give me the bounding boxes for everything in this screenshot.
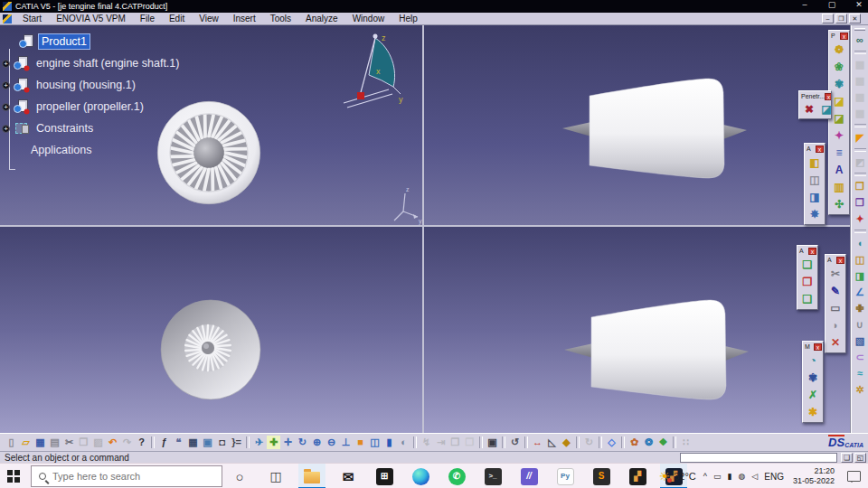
turntable-icon[interactable]: ↺ xyxy=(508,436,522,449)
coincidence-constraint-icon[interactable]: ◖ xyxy=(854,237,867,250)
selective-load-icon[interactable]: ▥ xyxy=(832,180,846,193)
fit-all-icon[interactable]: ✚ xyxy=(267,436,280,449)
quick-view-icon[interactable]: ◫ xyxy=(368,436,382,449)
measure-item-icon[interactable]: ◺ xyxy=(545,436,559,449)
tree-item-applications[interactable]: Applications xyxy=(2,139,273,161)
anchor-constraint-icon[interactable]: ✙ xyxy=(854,302,867,315)
tree-item-label[interactable]: propeller (propeller.1) xyxy=(33,99,146,114)
normal-view-icon[interactable]: ⊥ xyxy=(339,436,353,449)
quick-constraint-icon[interactable]: ▧ xyxy=(854,334,867,348)
propeller-rear-model[interactable] xyxy=(156,296,265,404)
struct-disabled-2-icon[interactable]: ▩ xyxy=(854,74,867,88)
title-bar[interactable]: CATIA V5 - [je tengine final 4.CATProduc… xyxy=(0,0,868,13)
close-icon[interactable]: x xyxy=(836,257,844,264)
mail-icon[interactable]: ✉ xyxy=(335,464,362,488)
tree-item-propeller[interactable]: propeller (propeller.1) xyxy=(2,96,273,117)
undo-icon[interactable]: ↶ xyxy=(106,436,119,449)
data-management-toolbar[interactable]: A x ❏❐❑ xyxy=(797,245,818,310)
formula-icon[interactable]: ƒ xyxy=(157,436,171,449)
menu-tools[interactable]: Tools xyxy=(263,14,298,23)
close-icon[interactable]: x xyxy=(814,343,822,351)
print-icon[interactable]: ▤ xyxy=(48,436,61,449)
menu-edit[interactable]: Edit xyxy=(162,14,192,23)
product-structure-toolbar[interactable]: P x ❁❀✾◪◪✦≡A▥✣ xyxy=(828,30,850,215)
tree-item-engine-shaft[interactable]: engine shaft (engine shaft.1) xyxy=(2,52,273,74)
menu-window[interactable]: Window xyxy=(345,14,392,23)
struct-disabled-4-icon[interactable]: ▩ xyxy=(854,107,867,120)
open-folder-icon[interactable]: ▱ xyxy=(19,436,33,449)
open-management-icon[interactable]: ❐ xyxy=(800,275,815,288)
fix-together-icon[interactable]: ∪ xyxy=(854,318,867,332)
replace-component-icon[interactable]: ✦ xyxy=(832,128,846,142)
minimize-button[interactable]: – xyxy=(799,0,810,9)
smart-move-icon[interactable]: ◨ xyxy=(807,190,822,203)
new-part-icon[interactable]: ✾ xyxy=(832,77,846,90)
tree-item-constraints[interactable]: Constraints xyxy=(2,117,273,139)
manipulate-icon[interactable]: ◧ xyxy=(807,155,822,169)
text-annotation-icon[interactable]: ✎ xyxy=(828,284,843,297)
tray-window-icon[interactable]: ▭ xyxy=(713,472,722,481)
maximize-button[interactable]: ▢ xyxy=(826,0,837,9)
tree-item-label[interactable]: Applications xyxy=(28,143,94,157)
clone2-disabled-icon[interactable]: ❐ xyxy=(463,436,476,449)
save-management-icon[interactable]: ❏ xyxy=(800,258,815,271)
tray-battery-icon[interactable]: ▮ xyxy=(728,472,732,481)
menu-analyze[interactable]: Analyze xyxy=(298,14,345,23)
struct-disabled-3-icon[interactable]: ▩ xyxy=(854,90,867,104)
new-document-icon[interactable]: ▯ xyxy=(5,436,18,449)
tree-item-label[interactable]: Constraints xyxy=(33,121,96,136)
tray-network-icon[interactable]: ◍ xyxy=(739,472,746,481)
iso-view-icon[interactable]: ■ xyxy=(354,436,367,449)
generate-numbering-icon[interactable]: A xyxy=(832,163,846,176)
close-icon[interactable]: x xyxy=(840,33,848,40)
tree-item-label[interactable]: housing (housing.1) xyxy=(33,78,138,92)
sublime-icon[interactable]: S xyxy=(588,464,615,488)
robot-cross-icon[interactable]: ✗ xyxy=(806,388,820,401)
measure-between-icon[interactable]: ↔ xyxy=(531,436,544,449)
zoom-out-icon[interactable]: ⊖ xyxy=(325,436,338,449)
multi-instantiation-icon[interactable]: ✣ xyxy=(832,197,846,211)
mdi-restore-button[interactable]: ❐ xyxy=(835,14,847,23)
tree-item-label[interactable]: Product1 xyxy=(39,34,90,49)
angle-constraint-icon[interactable]: ∠ xyxy=(854,286,867,299)
clone-disabled-icon[interactable]: ❐ xyxy=(448,436,462,449)
whatsapp-icon[interactable]: ✆ xyxy=(443,464,470,488)
measure-inertia-icon[interactable]: ◆ xyxy=(560,436,573,449)
language-indicator[interactable]: ENG xyxy=(764,472,784,482)
expander-icon[interactable] xyxy=(2,103,10,111)
terminal-icon[interactable]: >_ xyxy=(479,464,506,488)
pan-icon[interactable]: ✛ xyxy=(281,436,295,449)
store-icon[interactable]: ⊞ xyxy=(371,464,398,488)
move-toolbar[interactable]: A x ◧◫◨✸ xyxy=(804,143,826,225)
menu-enovia[interactable]: ENOVIA V5 VPM xyxy=(49,14,133,23)
housing-side-model-top[interactable] xyxy=(550,72,767,185)
camera-icon[interactable]: ▣ xyxy=(486,436,499,449)
close-icon[interactable]: x xyxy=(808,248,816,255)
menu-view[interactable]: View xyxy=(192,14,226,23)
explode-icon[interactable]: ✸ xyxy=(807,207,822,221)
close-icon[interactable]: x xyxy=(825,93,831,100)
new-product-icon[interactable]: ❀ xyxy=(832,60,846,73)
cut-icon[interactable]: ✂ xyxy=(62,436,76,449)
sectioning-icon[interactable]: ◪ xyxy=(819,102,834,116)
viewport-divider-horizontal[interactable] xyxy=(0,225,868,227)
graph-colors-icon[interactable]: ❖ xyxy=(656,436,670,449)
knowledge-icon[interactable]: }= xyxy=(230,436,243,449)
rotate-icon[interactable]: ↻ xyxy=(296,436,309,449)
weather-widget[interactable]: ☀ 32°C xyxy=(659,470,696,483)
close-icon[interactable]: x xyxy=(816,145,824,153)
paste-icon[interactable]: ▨ xyxy=(91,436,105,449)
close-button[interactable]: ✕ xyxy=(854,0,864,9)
weld-feature-icon[interactable]: ✂ xyxy=(828,267,843,280)
world-icon[interactable]: ❂ xyxy=(642,436,656,449)
existing-component-link-icon[interactable]: ◪ xyxy=(832,111,846,125)
doc-window-button[interactable]: ◱ xyxy=(854,453,866,463)
snap-icon[interactable]: ◫ xyxy=(807,173,822,186)
shading-icon[interactable]: ◐ xyxy=(397,436,410,449)
menu-file[interactable]: File xyxy=(133,14,162,23)
existing-component-icon[interactable]: ◪ xyxy=(832,94,846,108)
simulation-disabled-icon[interactable]: ↯ xyxy=(420,436,433,449)
send-to-icon[interactable]: ❑ xyxy=(800,292,815,305)
measure-toolbar[interactable]: M x ◔✾✗✱ xyxy=(802,341,824,423)
view-mode-icon[interactable]: ▮ xyxy=(382,436,396,449)
